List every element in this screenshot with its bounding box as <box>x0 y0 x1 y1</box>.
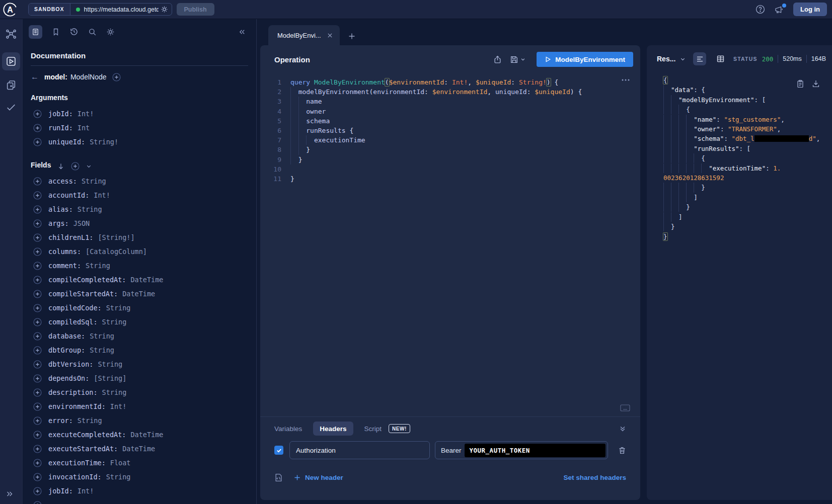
settings-icon[interactable] <box>106 28 115 36</box>
operation-tab[interactable]: ModelByEnvi... <box>268 25 340 45</box>
plus-circle-icon[interactable] <box>33 247 42 256</box>
tab-headers[interactable]: Headers <box>313 422 353 436</box>
plus-circle-icon[interactable] <box>33 445 42 453</box>
collapse-docs-icon[interactable] <box>238 28 246 36</box>
plus-circle-icon[interactable] <box>33 346 42 355</box>
code-line[interactable]: 9} <box>260 155 640 164</box>
response-title[interactable]: Res... <box>657 55 675 63</box>
set-shared-headers-link[interactable]: Set shared headers <box>563 474 626 481</box>
code-line[interactable]: 2modelByEnvironment(environmentId: $envi… <box>260 87 640 97</box>
doc-field-item[interactable]: description:String <box>31 385 248 399</box>
help-icon[interactable] <box>755 5 765 14</box>
plus-circle-icon[interactable] <box>33 473 42 481</box>
plus-circle-icon[interactable] <box>33 290 42 298</box>
add-field-icon[interactable] <box>112 73 121 81</box>
apollo-logo[interactable]: A <box>1 1 19 19</box>
plus-circle-icon[interactable] <box>33 110 42 118</box>
response-dropdown-icon[interactable] <box>680 56 686 62</box>
sort-down-icon[interactable] <box>57 162 64 170</box>
doc-field-item[interactable]: environmentId:Int! <box>31 399 248 413</box>
doc-field-item[interactable]: compiledSql:String <box>31 315 248 329</box>
plus-circle-icon[interactable] <box>33 262 42 270</box>
endpoint-settings-icon[interactable] <box>159 6 172 13</box>
plus-circle-icon[interactable] <box>33 501 42 504</box>
collapse-panel-icon[interactable] <box>619 425 626 432</box>
back-arrow-icon[interactable]: ← <box>31 72 39 81</box>
doc-field-item[interactable]: compileCompletedAt:DateTime <box>31 273 248 287</box>
doc-field-item[interactable]: executionTime:Float <box>31 456 248 470</box>
doc-field-item[interactable]: dbtGroup:String <box>31 343 248 357</box>
code-line[interactable]: 1query ModelByEnvironment($environmentId… <box>260 77 640 87</box>
plus-circle-icon[interactable] <box>33 205 42 214</box>
share-icon[interactable] <box>493 55 502 64</box>
plus-circle-icon[interactable] <box>33 304 42 312</box>
graph-icon[interactable] <box>5 28 17 40</box>
keyboard-shortcuts-icon[interactable] <box>620 404 630 411</box>
add-all-fields-icon[interactable] <box>71 162 80 171</box>
delete-header-icon[interactable] <box>618 446 626 455</box>
preview-headers-icon[interactable] <box>274 473 283 482</box>
doc-field-item[interactable]: accountId:Int! <box>31 188 248 202</box>
download-response-icon[interactable] <box>812 79 820 88</box>
tab-variables[interactable]: Variables <box>274 425 302 433</box>
doc-field-item[interactable]: comment:String <box>31 259 248 273</box>
doc-field-item[interactable]: access:String <box>31 174 248 188</box>
doc-field-item[interactable]: alias:String <box>31 202 248 216</box>
publish-button[interactable]: Publish <box>177 3 214 16</box>
plus-circle-icon[interactable] <box>33 374 42 383</box>
table-view-icon[interactable] <box>714 52 727 65</box>
search-icon[interactable] <box>88 28 97 36</box>
doc-field-item[interactable]: dependsOn:[String] <box>31 371 248 385</box>
code-line[interactable]: 7executionTime <box>260 135 640 145</box>
explorer-icon[interactable] <box>2 52 20 70</box>
plus-circle-icon[interactable] <box>33 191 42 200</box>
plus-circle-icon[interactable] <box>33 332 42 341</box>
checks-icon[interactable] <box>6 102 17 113</box>
doc-field-item[interactable]: jobId:Int! <box>31 484 248 498</box>
plus-circle-icon[interactable] <box>33 138 42 146</box>
login-button[interactable]: Log in <box>793 3 827 16</box>
doc-field-item[interactable]: invocationId:String <box>31 470 248 484</box>
plus-circle-icon[interactable] <box>33 233 42 242</box>
header-enabled-checkbox[interactable] <box>274 446 283 455</box>
doc-field-item[interactable]: args:JSON <box>31 216 248 230</box>
doc-field-item[interactable]: executeCompletedAt:DateTime <box>31 428 248 442</box>
plus-circle-icon[interactable] <box>33 416 42 425</box>
copy-response-icon[interactable] <box>796 79 804 88</box>
doc-argument-item[interactable]: uniqueId:String! <box>31 135 248 149</box>
tab-script[interactable]: Script <box>364 425 382 433</box>
raw-view-icon[interactable] <box>693 52 706 65</box>
plus-circle-icon[interactable] <box>33 177 42 186</box>
close-tab-icon[interactable] <box>327 33 333 38</box>
plus-circle-icon[interactable] <box>33 402 42 411</box>
plus-circle-icon[interactable] <box>33 124 42 132</box>
new-header-button[interactable]: New header <box>294 474 343 481</box>
doc-field-item[interactable]: dbtVersion:String <box>31 357 248 371</box>
plus-circle-icon[interactable] <box>33 360 42 369</box>
plus-circle-icon[interactable] <box>33 219 42 228</box>
run-operation-button[interactable]: ModelByEnvironment <box>537 52 633 67</box>
plus-circle-icon[interactable] <box>33 318 42 326</box>
code-line[interactable]: 4owner <box>260 107 640 116</box>
plus-circle-icon[interactable] <box>33 388 42 397</box>
operation-collections-icon[interactable] <box>6 79 17 91</box>
header-value-input[interactable]: Bearer YOUR_AUTH_TOKEN <box>435 441 608 459</box>
doc-argument-item[interactable]: jobId:Int! <box>31 107 248 121</box>
doc-field-item[interactable]: database:String <box>31 329 248 343</box>
auth-token-value[interactable]: YOUR_AUTH_TOKEN <box>465 444 606 457</box>
endpoint-url-input[interactable]: https://metadata.cloud.getd <box>84 6 159 13</box>
code-line[interactable]: 6runResults { <box>260 126 640 135</box>
new-tab-icon[interactable] <box>348 32 356 40</box>
doc-field-item[interactable]: error:String <box>31 413 248 428</box>
doc-argument-item[interactable]: runId:Int <box>31 121 248 135</box>
history-icon[interactable] <box>69 27 79 36</box>
code-line[interactable]: 11} <box>260 174 640 184</box>
doc-field-item[interactable] <box>31 498 248 504</box>
code-line[interactable]: 10 <box>260 164 640 174</box>
expand-rail-icon[interactable] <box>5 490 14 498</box>
chevron-down-icon[interactable] <box>86 163 92 169</box>
plus-circle-icon[interactable] <box>33 487 42 495</box>
doc-field-item[interactable]: compiledCode:String <box>31 301 248 315</box>
doc-field-item[interactable]: childrenL1:[String!] <box>31 230 248 244</box>
plus-circle-icon[interactable] <box>33 276 42 284</box>
